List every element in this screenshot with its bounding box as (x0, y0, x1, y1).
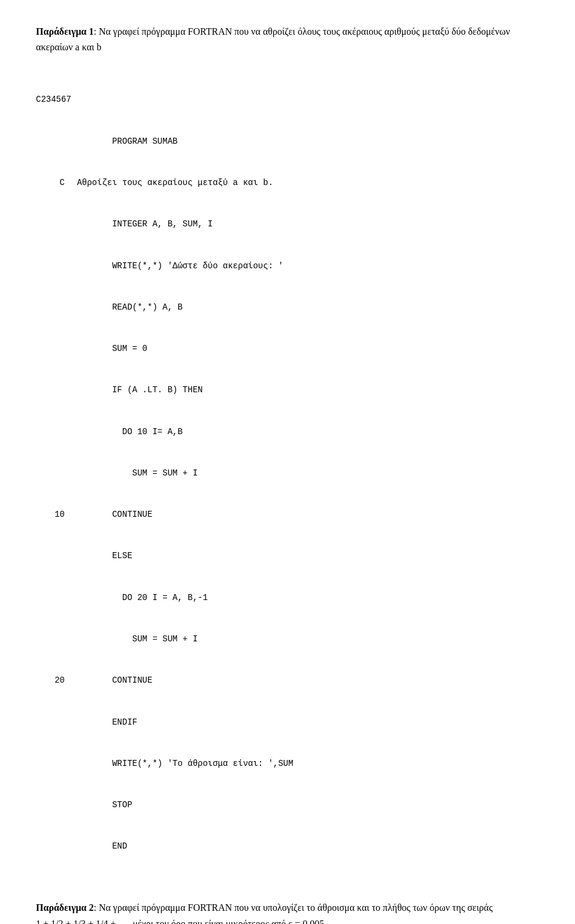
code-line: C Αθροίζει τους ακεραίους μεταξύ a και b… (36, 176, 539, 190)
line-content: ENDIF (72, 716, 137, 729)
line-label: C (36, 176, 72, 190)
line-content: ELSE (72, 549, 132, 563)
example2-title-bold: Παράδειγμα 2 (36, 902, 93, 913)
line-content: IF (A .LT. B) THEN (72, 383, 202, 397)
code-line: STOP (36, 798, 539, 812)
line-label (36, 549, 72, 563)
code-line: SUM = 0 (36, 342, 539, 356)
line-label (36, 632, 72, 646)
code-line: IF (A .LT. B) THEN (36, 383, 539, 397)
code-line: DO 20 I = A, B,-1 (36, 591, 539, 605)
line-label (36, 383, 72, 397)
line-content: Αθροίζει τους ακεραίους μεταξύ a και b. (72, 176, 273, 190)
line-content: SUM = 0 (72, 342, 147, 356)
line-label (36, 342, 72, 356)
example1-title: Παράδειγμα 1: Να γραφεί πρόγραμμα FORTRA… (36, 24, 539, 54)
line-label (36, 757, 72, 771)
line-content: WRITE(*,*) 'Το άθροισμα είναι: ',SUM (72, 757, 293, 771)
line-label: 20 (36, 674, 72, 687)
line-content: DO 10 I= A,B (72, 425, 183, 439)
code-line: C234567 (36, 93, 539, 107)
code-line: 20 CONTINUE (36, 674, 539, 687)
line-label (36, 301, 72, 314)
code-line: 10 CONTINUE (36, 508, 539, 522)
line-content: PROGRAM SUMAB (72, 135, 177, 149)
code-line: ELSE (36, 549, 539, 563)
line-content: END (72, 840, 127, 853)
line-label (36, 217, 72, 231)
line-label (36, 259, 72, 273)
code-line: READ(*,*) A, B (36, 301, 539, 314)
line-label: C234567 (36, 93, 72, 107)
example2-title-text: : Να γραφεί πρόγραμμα FORTRAN που να υπο… (93, 902, 492, 913)
line-content: WRITE(*,*) 'Δώστε δύο ακεραίους: ' (72, 259, 283, 273)
code-line: SUM = SUM + I (36, 466, 539, 480)
line-label (36, 798, 72, 812)
code-line: WRITE(*,*) 'Το άθροισμα είναι: ',SUM (36, 757, 539, 771)
code-line: DO 10 I= A,B (36, 425, 539, 439)
line-label: 10 (36, 508, 72, 522)
page-content: Παράδειγμα 1: Να γραφεί πρόγραμμα FORTRA… (36, 24, 539, 924)
code-line: END (36, 840, 539, 853)
example2-title-series: 1 + 1/2 + 1/3 + 1/4 + …, μέχρι τον όρο π… (36, 919, 324, 924)
line-label (36, 716, 72, 729)
line-content: INTEGER A, B, SUM, I (72, 217, 213, 231)
line-content: CONTINUE (72, 508, 152, 522)
line-label (36, 135, 72, 149)
line-content: READ(*,*) A, B (72, 301, 183, 314)
code-line: WRITE(*,*) 'Δώστε δύο ακεραίους: ' (36, 259, 539, 273)
line-label (36, 425, 72, 439)
example2-title: Παράδειγμα 2: Να γραφεί πρόγραμμα FORTRA… (36, 899, 539, 924)
line-content: SUM = SUM + I (72, 632, 198, 646)
line-label (36, 840, 72, 853)
code-line: INTEGER A, B, SUM, I (36, 217, 539, 231)
code-line: SUM = SUM + I (36, 632, 539, 646)
example1-title-bold: Παράδειγμα 1 (36, 26, 93, 37)
line-content: CONTINUE (72, 674, 152, 687)
code-line: ENDIF (36, 716, 539, 729)
line-content: DO 20 I = A, B,-1 (72, 591, 208, 605)
code-line: PROGRAM SUMAB (36, 135, 539, 149)
example1-title-text: : Να γραφεί πρόγραμμα FORTRAN που να αθρ… (36, 26, 510, 52)
line-label (36, 466, 72, 480)
line-content: STOP (72, 798, 132, 812)
line-label (36, 591, 72, 605)
example1-code: C234567 PROGRAM SUMAB C Αθροίζει τους ακ… (36, 65, 539, 881)
line-content: SUM = SUM + I (72, 466, 198, 480)
